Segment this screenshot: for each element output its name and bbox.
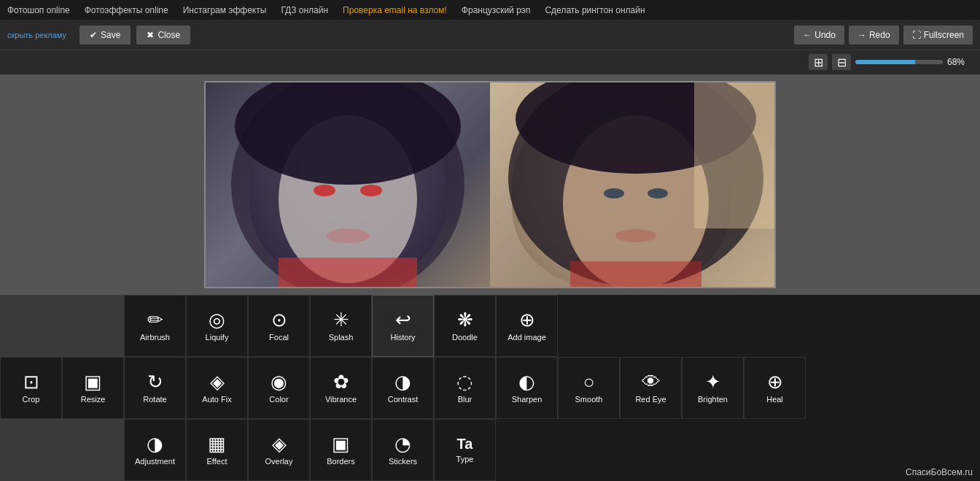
tool-add-image[interactable]: ⊕ Add image bbox=[496, 295, 558, 357]
tool-overlay[interactable]: ◈ Overlay bbox=[248, 419, 310, 481]
redo-button[interactable]: → Redo bbox=[849, 26, 899, 45]
color-icon: ◉ bbox=[271, 372, 287, 391]
svg-point-14 bbox=[615, 229, 656, 242]
svg-point-4 bbox=[360, 185, 382, 196]
focal-icon: ⊙ bbox=[271, 310, 287, 329]
undo-button[interactable]: ← Undo bbox=[794, 26, 844, 45]
sharpen-icon: ◐ bbox=[518, 372, 535, 391]
borders-icon: ▣ bbox=[332, 434, 350, 453]
auto-fix-icon: ◈ bbox=[210, 372, 225, 391]
tool-red-eye[interactable]: 👁 Red Eye bbox=[620, 357, 682, 419]
tool-auto-fix[interactable]: ◈ Auto Fix bbox=[186, 357, 248, 419]
nav-photoshop[interactable]: Фотошоп online bbox=[7, 5, 70, 15]
tool-smooth[interactable]: ○ Smooth bbox=[558, 357, 620, 419]
heal-icon: ⊕ bbox=[767, 372, 783, 391]
airbrush-label: Airbrush bbox=[140, 333, 170, 342]
type-label: Type bbox=[456, 455, 474, 463]
adjustment-icon: ◑ bbox=[147, 434, 163, 453]
svg-rect-6 bbox=[279, 258, 417, 287]
stickers-label: Stickers bbox=[389, 457, 417, 466]
save-check-icon: ✔ bbox=[90, 30, 97, 40]
photo-edited bbox=[490, 82, 774, 287]
add-image-icon: ⊕ bbox=[519, 310, 535, 329]
main-layout: Фотошоп online Фотоэффекты online Инстаг… bbox=[0, 0, 980, 481]
nav-email[interactable]: Проверка email на взлом! bbox=[343, 5, 447, 15]
nav-rap[interactable]: Французский рэп bbox=[462, 5, 531, 15]
tool-effect[interactable]: ▦ Effect bbox=[186, 419, 248, 481]
toolbar-right: ← Undo → Redo ⛶ Fullscreen bbox=[794, 26, 973, 45]
svg-point-12 bbox=[648, 188, 668, 199]
redo-arrow-icon: → bbox=[858, 30, 866, 40]
fit-view-button[interactable]: ⊞ bbox=[809, 54, 828, 70]
toolbar-row2: ⊞ ⊟ 68% bbox=[0, 50, 980, 74]
rotate-label: Rotate bbox=[143, 395, 166, 404]
tool-brighten[interactable]: ✦ Brighten bbox=[682, 357, 744, 419]
close-x-icon: ✖ bbox=[147, 30, 154, 40]
tool-crop[interactable]: ⊡ Crop bbox=[0, 357, 62, 419]
tool-stickers[interactable]: ◔ Stickers bbox=[372, 419, 434, 481]
tool-color[interactable]: ◉ Color bbox=[248, 357, 310, 419]
smooth-icon: ○ bbox=[583, 372, 595, 391]
resize-icon: ▣ bbox=[84, 372, 102, 391]
nav-gdz[interactable]: ГДЗ онлайн bbox=[281, 5, 328, 15]
color-label: Color bbox=[269, 395, 288, 404]
svg-point-3 bbox=[314, 185, 335, 196]
liquify-label: Liquify bbox=[206, 333, 229, 342]
red-eye-icon: 👁 bbox=[642, 372, 661, 391]
add-image-label: Add image bbox=[508, 333, 546, 342]
splash-label: Splash bbox=[329, 333, 354, 342]
stickers-icon: ◔ bbox=[394, 434, 411, 453]
photo-right-svg bbox=[490, 82, 774, 287]
rotate-icon: ↻ bbox=[147, 372, 163, 391]
tool-sharpen[interactable]: ◐ Sharpen bbox=[496, 357, 558, 419]
nav-ringtone[interactable]: Сделать рингтон онлайн bbox=[545, 5, 645, 15]
tool-type[interactable]: Ta Type bbox=[434, 419, 496, 481]
tool-heal[interactable]: ⊕ Heal bbox=[744, 357, 806, 419]
tool-rotate[interactable]: ↻ Rotate bbox=[124, 357, 186, 419]
left-spacer-row3 bbox=[0, 419, 124, 481]
tool-airbrush[interactable]: ✏ Airbrush bbox=[124, 295, 186, 357]
tool-adjustment[interactable]: ◑ Adjustment bbox=[124, 419, 186, 481]
adjustment-label: Adjustment bbox=[135, 457, 175, 466]
vibrance-icon: ✿ bbox=[333, 372, 349, 391]
smooth-label: Smooth bbox=[575, 395, 603, 404]
nav-instagram[interactable]: Инстаграм эффекты bbox=[183, 5, 267, 15]
tool-vibrance[interactable]: ✿ Vibrance bbox=[310, 357, 372, 419]
tool-liquify[interactable]: ◎ Liquify bbox=[186, 295, 248, 357]
close-button[interactable]: ✖ Close bbox=[136, 26, 190, 45]
save-button[interactable]: ✔ Save bbox=[79, 26, 131, 45]
contrast-label: Contrast bbox=[388, 395, 419, 404]
liquify-icon: ◎ bbox=[209, 310, 225, 329]
tool-row3: ◑ Adjustment ▦ Effect ◈ Overlay ▣ Border… bbox=[0, 419, 980, 481]
tool-row1: ✏ Airbrush ◎ Liquify ⊙ Focal ✳ Splash ↩ … bbox=[0, 295, 980, 357]
type-icon: Ta bbox=[457, 436, 473, 451]
photo-original bbox=[206, 82, 490, 287]
tool-focal[interactable]: ⊙ Focal bbox=[248, 295, 310, 357]
heal-label: Heal bbox=[766, 395, 783, 404]
fullscreen-button[interactable]: ⛶ Fullscreen bbox=[903, 26, 973, 45]
hide-ad-label[interactable]: скрыть рекламу bbox=[7, 31, 66, 39]
tool-resize[interactable]: ▣ Resize bbox=[62, 357, 124, 419]
red-eye-label: Red Eye bbox=[635, 395, 666, 404]
tool-blur[interactable]: ◌ Blur bbox=[434, 357, 496, 419]
tool-contrast[interactable]: ◑ Contrast bbox=[372, 357, 434, 419]
tool-doodle[interactable]: ❋ Doodle bbox=[434, 295, 496, 357]
svg-point-5 bbox=[326, 228, 370, 243]
tool-borders[interactable]: ▣ Borders bbox=[310, 419, 372, 481]
history-label: History bbox=[390, 333, 415, 342]
actual-size-button[interactable]: ⊟ bbox=[832, 54, 851, 70]
zoom-slider[interactable] bbox=[855, 60, 943, 64]
brighten-icon: ✦ bbox=[705, 372, 721, 391]
crop-label: Crop bbox=[23, 395, 40, 404]
svg-rect-13 bbox=[694, 82, 774, 228]
borders-label: Borders bbox=[327, 457, 355, 466]
tool-splash[interactable]: ✳ Splash bbox=[310, 295, 372, 357]
tool-history[interactable]: ↩ History bbox=[372, 295, 434, 357]
nav-photoeffects[interactable]: Фотоэффекты online bbox=[85, 5, 168, 15]
zoom-percentage: 68% bbox=[947, 57, 973, 67]
sharpen-label: Sharpen bbox=[512, 395, 542, 404]
image-container bbox=[204, 81, 776, 288]
resize-label: Resize bbox=[81, 395, 106, 404]
blur-icon: ◌ bbox=[456, 372, 473, 391]
top-nav: Фотошоп online Фотоэффекты online Инстаг… bbox=[0, 0, 980, 20]
